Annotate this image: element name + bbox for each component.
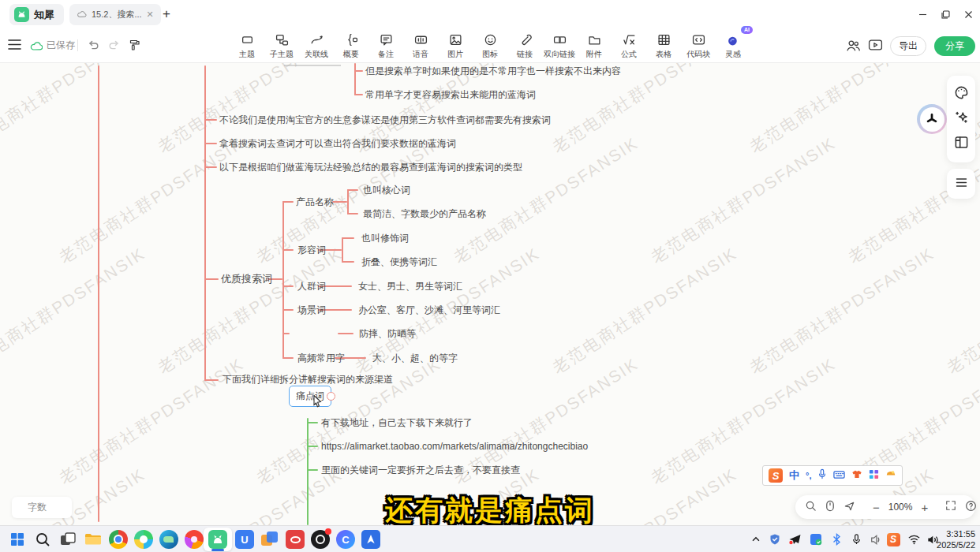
- outline-list-button[interactable]: [954, 175, 969, 193]
- browser-360-button[interactable]: [134, 530, 153, 549]
- sogou-logo-icon[interactable]: S: [769, 468, 783, 483]
- task-view-button[interactable]: [58, 530, 77, 549]
- zhixi-app-button-active[interactable]: [208, 530, 227, 549]
- ime-skin-icon[interactable]: [851, 468, 862, 483]
- ime-keyboard-icon[interactable]: [833, 468, 845, 483]
- tool-note[interactable]: 备注: [368, 32, 404, 60]
- mindmap-node-selected[interactable]: 痛点词: [289, 386, 331, 407]
- tray-app-check[interactable]: [808, 531, 824, 547]
- theme-palette-button[interactable]: [954, 85, 969, 103]
- mindmap-node[interactable]: 下面我们详细拆分讲解搜索词的来源渠道: [223, 373, 393, 386]
- mindmap-node[interactable]: 拿着搜索词去查词才可以查出符合我们要求数据的蓝海词: [219, 137, 456, 151]
- tool-link[interactable]: 链接: [507, 32, 543, 60]
- app-blue-u-button[interactable]: U: [235, 530, 254, 549]
- tool-inspiration[interactable]: AI 灵感: [715, 32, 751, 60]
- redo-button[interactable]: [107, 39, 121, 54]
- tab-close-icon[interactable]: ✕: [147, 10, 154, 19]
- ime-language-toggle[interactable]: 中: [789, 468, 799, 483]
- canvas[interactable]: 老范电商社群PDSFANSIK老范电商社群PDSFANSIK老范电商社群PDSF…: [0, 63, 980, 525]
- mindmap-node[interactable]: 也叫核心词: [363, 184, 410, 197]
- mindmap-node[interactable]: 最简洁、字数最少的产品名称: [363, 207, 486, 221]
- mindmap-node[interactable]: 产品名称: [296, 196, 334, 209]
- taskbar-search-button[interactable]: [33, 530, 52, 549]
- tray-bluetooth[interactable]: [829, 531, 844, 547]
- tool-formula[interactable]: 公式: [611, 32, 647, 60]
- app-orange-blue-button[interactable]: [260, 530, 279, 549]
- app-blue-rocket-button[interactable]: [361, 530, 380, 549]
- new-tab-button[interactable]: +: [158, 6, 175, 23]
- mindmap-node[interactable]: 场景词: [297, 304, 326, 317]
- tool-subtopic[interactable]: 子主题: [264, 32, 300, 60]
- mindmap-node[interactable]: https://alimarket.taobao.com/markets/ali…: [321, 441, 588, 452]
- collaborate-button[interactable]: [846, 39, 861, 55]
- browser-colorful-button[interactable]: [185, 530, 204, 549]
- mindmap-node[interactable]: 人群词: [297, 280, 326, 293]
- brand-float-button[interactable]: [917, 104, 947, 134]
- maximize-button[interactable]: [934, 0, 957, 28]
- word-count-toggle[interactable]: 字数: [12, 497, 72, 518]
- mindmap-node[interactable]: 折叠、便携等词汇: [361, 255, 437, 269]
- close-button[interactable]: [957, 0, 980, 28]
- collapse-handle[interactable]: [327, 392, 335, 401]
- share-button[interactable]: 分享: [934, 36, 975, 56]
- tray-microphone[interactable]: [848, 531, 864, 547]
- minimize-button[interactable]: [911, 0, 934, 28]
- navigation-icon[interactable]: [843, 500, 855, 515]
- mindmap-node[interactable]: 里面的关键词一定要拆开之后去查，不要直接查: [321, 464, 520, 477]
- zoom-in-button[interactable]: +: [921, 502, 928, 513]
- tray-audio-device[interactable]: [866, 531, 882, 547]
- taskbar-clock[interactable]: 3:31:55 2025/5/22: [937, 528, 975, 550]
- chrome-button[interactable]: [109, 530, 128, 549]
- menu-button[interactable]: [8, 39, 21, 54]
- tool-relation-line[interactable]: 关联线: [298, 32, 335, 60]
- document-tab[interactable]: 15.2、搜索... ✕: [69, 4, 161, 25]
- ime-mic-icon[interactable]: [817, 468, 827, 483]
- ime-punctuation-toggle[interactable]: °,: [806, 471, 811, 480]
- undo-button[interactable]: [87, 39, 100, 54]
- mindmap-node[interactable]: 常用单字才更容易搜索出来能用的蓝海词: [365, 88, 536, 102]
- tool-voice[interactable]: 语音: [402, 32, 439, 60]
- mindmap-node[interactable]: 有下载地址，自己去下载下来就行了: [321, 416, 473, 430]
- video-tutorial-button[interactable]: [868, 39, 883, 54]
- mindmap-node[interactable]: 以下是根据咱们做蓝海玩法经验总结的最容易查到蓝海词的搜索词的类型: [219, 161, 522, 174]
- mindmap-node[interactable]: 防摔、防晒等: [359, 327, 416, 341]
- file-explorer-button[interactable]: [84, 530, 103, 549]
- zoom-out-button[interactable]: −: [873, 502, 880, 513]
- tray-telegram[interactable]: [787, 531, 802, 547]
- edge-button[interactable]: [159, 530, 178, 549]
- mindmap-node[interactable]: 形容词: [297, 244, 326, 257]
- mindmap-node[interactable]: 但是搜索单字时如果使用的是不常用字也一样搜索不出来内容: [365, 65, 621, 78]
- export-button[interactable]: 导出: [890, 36, 926, 56]
- mindmap-node[interactable]: 大、小、超、的等字: [372, 352, 458, 365]
- ime-emoji-icon[interactable]: [885, 468, 896, 483]
- tool-sticker[interactable]: 图标: [472, 32, 508, 60]
- tool-topic[interactable]: 主题: [229, 32, 265, 60]
- tray-sogou[interactable]: S: [885, 531, 901, 547]
- format-painter-button[interactable]: [128, 39, 141, 55]
- tool-table[interactable]: 表格: [645, 32, 682, 60]
- start-button[interactable]: [8, 530, 27, 549]
- tool-bidirectional-link[interactable]: 双向链接: [541, 32, 578, 60]
- ime-toolbox-icon[interactable]: [869, 468, 879, 483]
- mindmap-node[interactable]: 高频常用字: [297, 352, 345, 365]
- tray-expand-button[interactable]: [748, 531, 764, 547]
- mindmap-node[interactable]: 也叫修饰词: [361, 232, 409, 245]
- help-icon[interactable]: [965, 500, 977, 515]
- obs-button[interactable]: [311, 530, 330, 549]
- tool-summary[interactable]: 概要: [333, 32, 369, 60]
- tool-attachment[interactable]: 附件: [576, 32, 612, 60]
- beautify-wand-button[interactable]: [954, 110, 969, 128]
- app-purple-circle-button[interactable]: C: [336, 530, 355, 549]
- mindmap-node[interactable]: 办公室、客厅、沙滩、河里等词汇: [358, 304, 500, 317]
- mindmap-node[interactable]: 优质搜索词: [221, 272, 272, 286]
- mouse-mode-icon[interactable]: [825, 500, 835, 515]
- app-logo[interactable]: 知犀: [9, 4, 64, 25]
- tray-security-shield[interactable]: [767, 531, 783, 547]
- zoom-level[interactable]: 100%: [888, 502, 913, 513]
- layout-button[interactable]: [954, 135, 969, 153]
- search-icon[interactable]: [805, 500, 817, 515]
- mindmap-node[interactable]: 不论我们是使用淘宝官方的生意参谋还是使用第三方软件查词都需要先有搜索词: [219, 114, 551, 127]
- fullscreen-icon[interactable]: [945, 500, 956, 514]
- app-red-o-button[interactable]: [286, 530, 305, 549]
- tool-code-block[interactable]: 代码块: [680, 32, 716, 60]
